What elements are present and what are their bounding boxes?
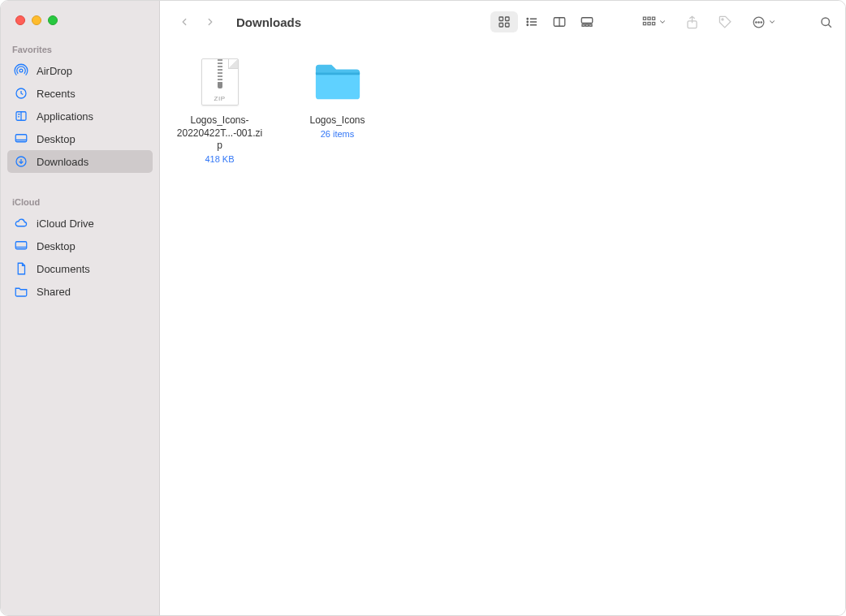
airdrop-icon — [14, 63, 28, 78]
svg-rect-36 — [315, 72, 359, 99]
view-icons-button[interactable] — [490, 11, 518, 32]
file-name: Logos_Icons-20220422T...-001.zip — [175, 114, 265, 153]
view-list-button[interactable] — [518, 11, 546, 32]
view-columns-button[interactable] — [546, 11, 573, 32]
file-name: Logos_Icons — [309, 114, 365, 127]
grid-group-icon — [641, 15, 657, 30]
svg-rect-27 — [652, 22, 654, 24]
sidebar-item-downloads[interactable]: Downloads — [7, 150, 153, 173]
sidebar: Favorites AirDrop Recents — [1, 1, 160, 615]
svg-point-34 — [822, 17, 830, 24]
sidebar-item-icloud-drive[interactable]: iCloud Drive — [7, 212, 153, 235]
svg-point-0 — [19, 69, 23, 72]
desktop-icon — [14, 239, 28, 253]
main-area: Downloads — [160, 1, 845, 615]
svg-rect-6 — [499, 17, 503, 21]
sidebar-item-applications[interactable]: Applications — [7, 105, 153, 127]
desktop-icon — [14, 131, 28, 146]
sidebar-item-recents[interactable]: Recents — [7, 82, 153, 105]
sidebar-item-label: Documents — [37, 263, 90, 275]
svg-rect-23 — [648, 17, 650, 19]
view-switch — [490, 11, 601, 32]
sidebar-section-title: Favorites — [1, 45, 159, 59]
file-grid[interactable]: ZIP Logos_Icons-20220422T...-001.zip 418… — [160, 43, 845, 615]
folder-icon — [309, 53, 367, 111]
actions-button[interactable] — [751, 15, 776, 30]
share-button[interactable] — [684, 15, 700, 30]
svg-rect-20 — [586, 24, 589, 26]
svg-rect-8 — [499, 24, 503, 28]
svg-point-33 — [761, 21, 762, 22]
finder-window: Favorites AirDrop Recents — [0, 0, 846, 616]
search-button[interactable] — [818, 15, 834, 30]
zip-icon: ZIP — [191, 53, 249, 111]
sidebar-item-label: AirDrop — [37, 65, 72, 77]
download-icon — [14, 154, 28, 169]
page-title: Downloads — [236, 15, 301, 29]
toolbar: Downloads — [160, 1, 845, 43]
svg-point-29 — [722, 18, 723, 19]
minimize-button[interactable] — [32, 15, 41, 25]
cloud-icon — [14, 216, 28, 230]
sidebar-item-label: Downloads — [37, 156, 88, 168]
sidebar-section-favorites: Favorites AirDrop Recents — [1, 45, 159, 173]
document-icon — [14, 261, 28, 276]
tags-button[interactable] — [718, 15, 733, 30]
svg-rect-37 — [315, 72, 359, 75]
file-meta: 26 items — [321, 129, 355, 139]
window-controls — [1, 15, 159, 25]
group-by-button[interactable] — [641, 15, 667, 30]
file-item-folder[interactable]: Logos_Icons 26 items — [291, 53, 384, 139]
svg-rect-24 — [652, 17, 654, 19]
svg-rect-9 — [506, 24, 510, 28]
sidebar-item-desktop[interactable]: Desktop — [7, 127, 153, 150]
chevron-down-icon — [768, 15, 776, 29]
sidebar-item-label: Shared — [37, 286, 71, 298]
maximize-button[interactable] — [48, 15, 58, 25]
view-gallery-button[interactable] — [573, 11, 601, 32]
svg-rect-5 — [15, 242, 27, 249]
svg-rect-19 — [582, 24, 585, 26]
sidebar-item-airdrop[interactable]: AirDrop — [7, 59, 153, 82]
svg-rect-22 — [643, 17, 645, 19]
sidebar-item-shared[interactable]: Shared — [7, 280, 153, 303]
sidebar-item-icloud-desktop[interactable]: Desktop — [7, 235, 153, 257]
shared-folder-icon — [14, 284, 28, 299]
close-button[interactable] — [15, 15, 25, 25]
svg-point-14 — [527, 24, 529, 26]
chevron-down-icon — [658, 15, 667, 29]
ellipsis-circle-icon — [751, 15, 766, 30]
svg-point-32 — [758, 21, 759, 22]
sidebar-section-title: iCloud — [1, 197, 159, 212]
svg-point-12 — [527, 21, 529, 23]
sidebar-item-label: iCloud Drive — [37, 218, 94, 230]
svg-rect-25 — [643, 22, 645, 24]
svg-rect-7 — [506, 17, 510, 21]
sidebar-item-label: Desktop — [37, 133, 76, 145]
nav-back-button[interactable] — [175, 12, 194, 32]
svg-rect-21 — [589, 24, 592, 26]
sidebar-item-label: Applications — [37, 110, 93, 123]
sidebar-item-documents[interactable]: Documents — [7, 257, 153, 280]
file-meta: 418 KB — [205, 154, 234, 164]
svg-point-31 — [756, 21, 757, 22]
apps-icon — [14, 109, 28, 123]
sidebar-section-icloud: iCloud iCloud Drive Desktop — [1, 197, 159, 303]
clock-icon — [14, 86, 28, 101]
file-item-zip[interactable]: ZIP Logos_Icons-20220422T...-001.zip 418… — [173, 53, 266, 164]
svg-rect-3 — [15, 135, 27, 142]
svg-rect-18 — [581, 18, 593, 24]
sidebar-item-label: Recents — [37, 88, 76, 100]
svg-line-35 — [828, 24, 831, 28]
sidebar-item-label: Desktop — [37, 240, 76, 252]
svg-point-10 — [527, 19, 529, 20]
zip-extension-label: ZIP — [214, 95, 226, 102]
nav-forward-button[interactable] — [201, 12, 220, 32]
svg-rect-26 — [648, 22, 650, 24]
